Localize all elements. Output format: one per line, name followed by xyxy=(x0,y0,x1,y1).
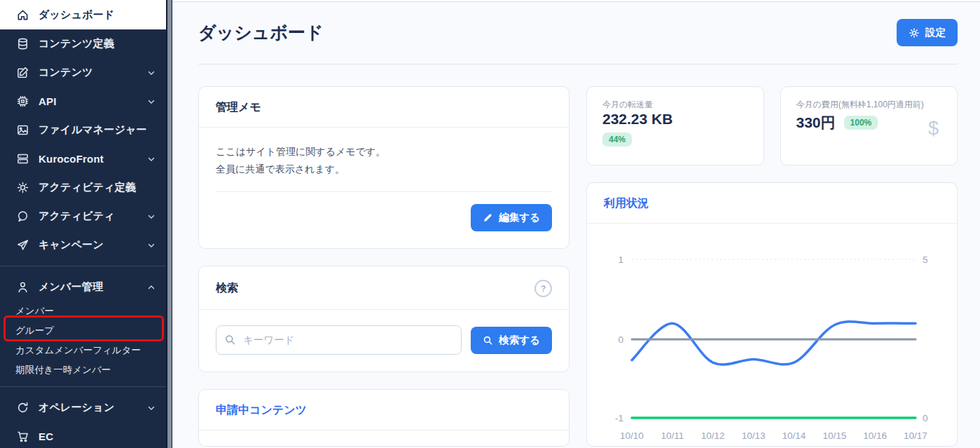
x-axis-label: 10/10 xyxy=(620,430,644,441)
sidebar-divider xyxy=(0,386,166,387)
sidebar: ダッシュボード コンテンツ定義 コンテンツ API ファイルマネージャー Kur… xyxy=(0,0,166,448)
paper-plane-icon xyxy=(15,238,29,252)
top-border xyxy=(172,0,980,2)
sidebar-item-label: アクティビティ xyxy=(39,210,146,223)
sidebar-subitem-custom-member-filter[interactable]: カスタムメンバーフィルター xyxy=(0,341,166,360)
sidebar-item-dashboard[interactable]: ダッシュボード xyxy=(0,0,166,29)
sidebar-item-operation[interactable]: オペレーション xyxy=(0,393,166,422)
admin-memo-title: 管理メモ xyxy=(216,100,261,115)
transfer-percent-badge: 44% xyxy=(602,133,632,147)
x-axis-label: 10/12 xyxy=(701,430,725,441)
search-icon xyxy=(224,334,236,348)
x-axis-label: 10/14 xyxy=(782,430,806,441)
keyword-search-input[interactable] xyxy=(216,325,462,355)
sidebar-scrollbar[interactable] xyxy=(166,0,172,448)
cart-icon xyxy=(15,430,29,444)
sidebar-item-kurocofront[interactable]: KurocoFront xyxy=(0,144,166,173)
usage-status-card: 利用状況 10-15010/1010/1110/1210/1310/1410/1… xyxy=(586,182,958,447)
sidebar-item-content[interactable]: コンテンツ xyxy=(0,58,166,87)
chevron-down-icon xyxy=(146,403,156,413)
settings-button[interactable]: 設定 xyxy=(897,19,958,46)
gear-icon xyxy=(909,27,920,39)
left-axis-label: 1 xyxy=(618,254,623,265)
right-axis-label: 0 xyxy=(923,413,928,423)
sidebar-item-label: キャンペーン xyxy=(39,238,146,252)
sidebar-item-label: メンバー管理 xyxy=(39,280,146,294)
sidebar-item-label: アクティビティ定義 xyxy=(39,181,156,194)
gear-icon xyxy=(15,181,29,195)
settings-button-label: 設定 xyxy=(925,26,946,39)
user-icon xyxy=(15,280,29,294)
chevron-down-icon xyxy=(146,212,156,222)
cost-stat-label: 今月の費用(無料枠1,100円適用前) xyxy=(796,99,942,111)
admin-memo-text: ここはサイト管理に関するメモです。 全員に共通で表示されます。 xyxy=(199,128,569,177)
sidebar-item-label: ダッシュボード xyxy=(39,8,156,22)
chip-icon xyxy=(15,95,29,109)
database-icon xyxy=(15,37,29,51)
usage-line-chart: 10-15010/1010/1110/1210/1310/1410/1510/1… xyxy=(587,231,958,444)
admin-memo-card: 管理メモ ここはサイト管理に関するメモです。 全員に共通で表示されます。 編集す… xyxy=(198,86,570,249)
sidebar-subitem-member[interactable]: メンバー xyxy=(0,301,166,321)
sidebar-item-activity[interactable]: アクティビティ xyxy=(0,202,166,231)
edit-button-label: 編集する xyxy=(499,211,540,224)
sidebar-item-member-management[interactable]: メンバー管理 xyxy=(0,273,166,301)
left-axis-label: 0 xyxy=(618,334,623,345)
dollar-icon: $ xyxy=(928,118,939,140)
cost-stat-card: 今月の費用(無料枠1,100円適用前) 330円 100% $ xyxy=(780,86,958,165)
sidebar-item-content-definition[interactable]: コンテンツ定義 xyxy=(0,29,166,58)
left-axis-label: -1 xyxy=(615,413,623,423)
refresh-icon xyxy=(15,401,29,415)
sidebar-item-ec[interactable]: EC xyxy=(0,422,166,448)
search-submit-button[interactable]: 検索する xyxy=(471,327,552,354)
search-card-title: 検索 xyxy=(216,281,238,296)
sidebar-item-label: API xyxy=(39,95,146,107)
pending-contents-title[interactable]: 申請中コンテンツ xyxy=(216,403,307,418)
sidebar-divider xyxy=(0,266,166,266)
sidebar-item-file-manager[interactable]: ファイルマネージャー xyxy=(0,116,166,144)
pencil-icon xyxy=(483,212,493,223)
transfer-stat-value: 232.23 KB xyxy=(602,111,748,128)
image-icon xyxy=(15,123,29,137)
search-icon xyxy=(483,335,493,346)
search-card: 検索 ? 検索する xyxy=(198,266,570,372)
sidebar-item-label: EC xyxy=(39,430,156,442)
help-icon[interactable]: ? xyxy=(534,280,552,297)
x-axis-label: 10/13 xyxy=(742,430,766,441)
right-axis-label: 5 xyxy=(923,254,928,265)
edit-icon xyxy=(15,66,29,80)
x-axis-label: 10/15 xyxy=(822,430,846,441)
cost-stat-value: 330円 xyxy=(796,113,836,133)
edit-button[interactable]: 編集する xyxy=(471,204,552,231)
chat-icon xyxy=(15,210,29,224)
sidebar-item-label: ファイルマネージャー xyxy=(39,123,156,137)
main-content: ダッシュボード 設定 管理メモ ここはサイト管理に関するメモです。 全員に共通で… xyxy=(172,0,980,448)
cost-percent-badge: 100% xyxy=(844,116,878,130)
title-divider xyxy=(198,64,958,65)
sidebar-item-label: コンテンツ定義 xyxy=(39,37,156,50)
pending-contents-card: 申請中コンテンツ xyxy=(198,389,570,447)
chart-line-usage-line xyxy=(632,322,916,365)
sidebar-subitem-group[interactable]: グループ xyxy=(0,321,166,341)
memo-line: ここはサイト管理に関するメモです。 xyxy=(216,143,552,161)
sidebar-item-campaign[interactable]: キャンペーン xyxy=(0,231,166,259)
sidebar-item-api[interactable]: API xyxy=(0,87,166,116)
sidebar-subitem-temporary-member[interactable]: 期限付き一時メンバー xyxy=(0,360,166,380)
sidebar-scrollbar-thumb[interactable] xyxy=(167,0,172,448)
sidebar-item-label: オペレーション xyxy=(39,401,146,414)
chevron-down-icon xyxy=(146,154,156,164)
home-icon xyxy=(15,8,29,22)
pending-contents-body xyxy=(199,430,569,446)
sidebar-item-label: コンテンツ xyxy=(39,66,146,79)
server-icon xyxy=(15,152,29,166)
chevron-down-icon xyxy=(146,97,156,107)
transfer-stat-label: 今月の転送量 xyxy=(602,99,748,111)
sidebar-item-activity-definition[interactable]: アクティビティ定義 xyxy=(0,173,166,202)
x-axis-label: 10/16 xyxy=(863,430,887,441)
transfer-stat-card: 今月の転送量 232.23 KB 44% xyxy=(586,86,764,165)
chevron-down-icon xyxy=(146,68,156,78)
x-axis-label: 10/11 xyxy=(661,430,684,441)
page-title: ダッシュボード xyxy=(198,21,324,44)
usage-status-title[interactable]: 利用状況 xyxy=(604,196,649,211)
x-axis-label: 10/17 xyxy=(904,430,927,441)
memo-line: 全員に共通で表示されます。 xyxy=(216,161,552,178)
